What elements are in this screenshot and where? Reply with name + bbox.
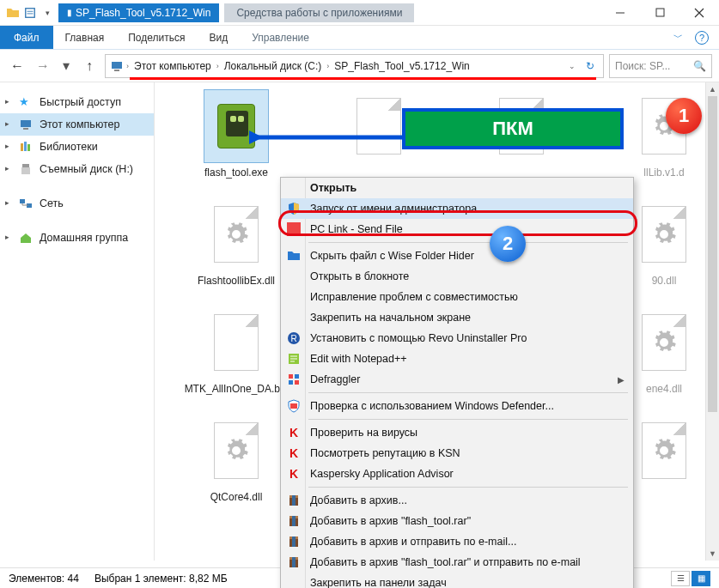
folder-icon bbox=[5, 5, 21, 21]
breadcrumb[interactable]: › Этот компьютер › Локальный диск (C:) ›… bbox=[105, 54, 604, 78]
context-menu-item[interactable]: KKaspersky Application Advisor bbox=[281, 464, 633, 484]
context-menu-label: Открыть bbox=[310, 182, 356, 194]
sidebar-item-quick-access[interactable]: ▸ ★ Быстрый доступ bbox=[0, 91, 154, 113]
context-menu-item[interactable]: Добавить в архив... bbox=[281, 490, 633, 511]
nav-forward-button[interactable]: → bbox=[33, 56, 53, 76]
context-menu-label: Добавить в архив "flash_tool.rar" bbox=[310, 515, 471, 527]
svg-text:K: K bbox=[289, 446, 298, 460]
breadcrumb-seg-1[interactable]: Локальный диск (C:) bbox=[221, 60, 326, 72]
svg-rect-20 bbox=[289, 380, 293, 385]
status-selection: Выбран 1 элемент: 8,82 МБ bbox=[94, 573, 228, 585]
svg-text:K: K bbox=[289, 467, 298, 481]
props-icon[interactable] bbox=[22, 5, 38, 21]
svg-rect-1 bbox=[656, 9, 664, 16]
pc-icon bbox=[109, 58, 125, 74]
sidebar-item-label: Домашняя группа bbox=[40, 232, 128, 244]
context-menu-item[interactable]: Закрепить на панели задач bbox=[281, 573, 633, 588]
tab-view[interactable]: Вид bbox=[197, 26, 240, 49]
context-menu-item[interactable]: Добавить в архив и отправить по e-mail..… bbox=[281, 531, 633, 552]
file-label: flash_tool.exe bbox=[204, 167, 268, 179]
context-menu-item[interactable]: Проверка с использованием Windows Defend… bbox=[281, 396, 633, 416]
svg-rect-8 bbox=[27, 144, 30, 151]
tab-manage[interactable]: Управление bbox=[240, 26, 321, 49]
context-menu-label: Скрыть файл с Wise Folder Hider bbox=[310, 250, 474, 262]
red-icon bbox=[286, 221, 302, 237]
revo-icon: R bbox=[286, 330, 302, 346]
svg-rect-6 bbox=[21, 143, 23, 151]
defrag-icon bbox=[286, 372, 302, 387]
sidebar-item-network[interactable]: ▸ Сеть bbox=[0, 192, 154, 215]
search-input[interactable]: Поиск: SP... 🔍 bbox=[609, 54, 712, 78]
context-menu-item[interactable]: Закрепить на начальном экране bbox=[281, 307, 633, 328]
tab-share[interactable]: Поделиться bbox=[116, 26, 197, 49]
ribbon-expand-icon[interactable]: ﹀ bbox=[673, 31, 683, 44]
npp-icon bbox=[286, 351, 302, 367]
context-menu: ОткрытьЗапуск от имени администратораPC … bbox=[280, 177, 634, 588]
context-menu-item[interactable]: Добавить в архив "flash_tool.rar" и отпр… bbox=[281, 552, 633, 573]
context-menu-item[interactable]: KПроверить на вирусы bbox=[281, 422, 633, 443]
sidebar-item-label: Сеть bbox=[40, 197, 64, 209]
sidebar-item-libraries[interactable]: ▸ Библиотеки bbox=[0, 136, 154, 158]
kasp-icon: K bbox=[286, 425, 302, 440]
file-label: ene4.dll bbox=[646, 383, 682, 395]
sidebar-item-label: Библиотеки bbox=[40, 141, 98, 153]
context-menu-item[interactable]: Запуск от имени администратора bbox=[281, 198, 633, 219]
tab-home[interactable]: Главная bbox=[53, 26, 117, 49]
nav-up-button[interactable]: ↑ bbox=[79, 56, 100, 76]
scroll-down-button[interactable]: ▼ bbox=[706, 547, 719, 561]
context-menu-label: Исправление проблем с совместимостью bbox=[310, 291, 518, 303]
context-menu-item[interactable]: Добавить в архив "flash_tool.rar" bbox=[281, 511, 633, 531]
sidebar-item-homegroup[interactable]: ▸ Домашняя группа bbox=[0, 227, 154, 249]
refresh-icon[interactable]: ↻ bbox=[581, 60, 600, 72]
context-menu-item[interactable]: Исправление проблем с совместимостью bbox=[281, 287, 633, 307]
annotation-pkm-label: ПКМ bbox=[402, 108, 624, 149]
sidebar-item-this-pc[interactable]: ▸ Этот компьютер bbox=[0, 113, 154, 136]
quick-access-toolbar: ▾ bbox=[0, 5, 55, 21]
window-title: ▮ SP_Flash_Tool_v5.1712_Win bbox=[58, 3, 219, 22]
breadcrumb-seg-2[interactable]: SP_Flash_Tool_v5.1712_Win bbox=[331, 60, 472, 72]
context-menu-item[interactable]: Открыть bbox=[281, 178, 633, 198]
svg-rect-4 bbox=[21, 120, 31, 127]
svg-rect-22 bbox=[290, 403, 297, 409]
context-menu-item[interactable]: RУстановить с помощью Revo Uninstaller P… bbox=[281, 328, 633, 349]
context-menu-label: Edit with Notepad++ bbox=[310, 353, 407, 365]
scrollbar[interactable]: ▲ ▼ bbox=[705, 82, 719, 561]
context-menu-label: Добавить в архив... bbox=[310, 494, 407, 506]
breadcrumb-dropdown-icon[interactable]: ⌄ bbox=[564, 62, 581, 70]
kasp-icon: K bbox=[286, 446, 302, 461]
scroll-thumb[interactable] bbox=[708, 96, 717, 412]
nav-pane: ▸ ★ Быстрый доступ ▸ Этот компьютер ▸ Би… bbox=[0, 82, 155, 561]
help-icon[interactable]: ? bbox=[695, 31, 709, 45]
nav-back-button[interactable]: ← bbox=[7, 56, 27, 76]
tab-file[interactable]: Файл bbox=[0, 26, 53, 49]
context-menu-item[interactable]: Открыть в блокноте bbox=[281, 266, 633, 287]
homegroup-icon bbox=[19, 231, 33, 245]
context-menu-item[interactable]: Edit with Notepad++ bbox=[281, 349, 633, 369]
context-menu-item[interactable]: Defraggler▶ bbox=[281, 369, 633, 390]
scroll-up-button[interactable]: ▲ bbox=[706, 82, 719, 96]
star-icon: ★ bbox=[19, 95, 33, 109]
rar-icon bbox=[286, 513, 302, 529]
file-label: QtCore4.dll bbox=[210, 491, 263, 503]
close-button[interactable] bbox=[679, 0, 719, 26]
minimize-button[interactable] bbox=[600, 0, 640, 26]
context-menu-item[interactable]: PC Link - Send File bbox=[281, 219, 633, 239]
nav-history-dropdown[interactable]: ▾ bbox=[58, 58, 74, 74]
svg-rect-31 bbox=[292, 516, 296, 526]
annotation-underline bbox=[130, 77, 596, 80]
sidebar-item-removable[interactable]: ▸ Съемный диск (H:) bbox=[0, 158, 154, 180]
svg-text:R: R bbox=[290, 334, 296, 343]
view-icons-button[interactable]: ▦ bbox=[692, 571, 710, 586]
svg-rect-0 bbox=[26, 8, 35, 17]
svg-rect-28 bbox=[292, 495, 296, 506]
context-menu-item[interactable]: KПосмотреть репутацию в KSN bbox=[281, 443, 633, 464]
qa-overflow-icon[interactable]: ▾ bbox=[40, 5, 55, 21]
rar-icon bbox=[286, 493, 302, 508]
maximize-button[interactable] bbox=[640, 0, 679, 26]
view-details-button[interactable]: ☰ bbox=[671, 571, 690, 586]
breadcrumb-seg-0[interactable]: Этот компьютер bbox=[131, 60, 215, 72]
context-menu-item[interactable]: Скрыть файл с Wise Folder Hider bbox=[281, 246, 633, 266]
defender-icon bbox=[286, 398, 302, 414]
svg-rect-14 bbox=[287, 222, 301, 236]
usb-icon bbox=[19, 162, 33, 176]
